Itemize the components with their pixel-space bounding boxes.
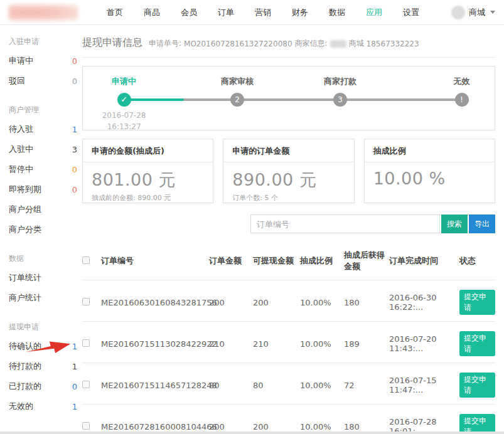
search-button[interactable]: 搜索	[441, 214, 468, 233]
status-timeline: 申请中 ✓ 2016-07-28 16:13:27 商家审核 2 商家打款 3	[82, 66, 495, 130]
submit-application-button[interactable]: 提交申请	[459, 373, 495, 398]
chevron-down-icon	[490, 11, 495, 14]
amount-after-commission: 180	[344, 422, 389, 431]
sidebar-item-label: 待确认的	[9, 341, 41, 352]
sidebar-item-label: 无效的	[9, 401, 33, 412]
merchant-info-label: 商家信息:	[295, 38, 328, 49]
order-no: ME20160715114657128248	[101, 381, 209, 390]
sidebar-item-paid[interactable]: 已打款的 0	[9, 376, 82, 396]
stat-card-title: 抽成比例	[365, 139, 495, 162]
stat-card-amount-after-commission: 申请的金额(抽成后) 801.00 元 抽成前的金额: 890.00 元	[82, 139, 213, 203]
table-header-row: 订单编号 订单金额 可提现金额 抽成比例 抽成后获得金额 订单完成时间 状态	[82, 240, 495, 280]
sidebar-item-invalid[interactable]: 无效的 1	[9, 396, 82, 416]
step-number-icon: 3	[333, 93, 347, 107]
order-no: ME20160715113028422922	[101, 339, 209, 349]
sidebar-item-label: 订单统计	[9, 272, 41, 283]
step-number-icon: 2	[230, 93, 244, 107]
sidebar-item-label: 已打款的	[9, 381, 41, 392]
sidebar-item-entered[interactable]: 入驻中 3	[9, 139, 82, 159]
sidebar-item-merchant-groups[interactable]: 商户分组	[9, 199, 82, 220]
sidebar-item-count: 1	[72, 402, 77, 411]
nav-item-data[interactable]: 数据	[329, 7, 345, 18]
table-row: ME20160715114657128248 80 80 10.00% 72 2…	[82, 363, 495, 405]
stat-card-value: 890.00 元	[232, 169, 345, 191]
sidebar-item-merchant-stats[interactable]: 商户统计	[9, 288, 82, 308]
nav-item-members[interactable]: 会员	[181, 7, 197, 18]
sidebar-item-label: 暂停中	[9, 164, 33, 175]
stat-card-value: 10.00 %	[373, 169, 486, 188]
orders-table: 订单编号 订单金额 可提现金额 抽成比例 抽成后获得金额 订单完成时间 状态 M…	[82, 240, 495, 434]
sidebar-item-pending-entry[interactable]: 待入驻 1	[9, 119, 82, 139]
order-no-search-input[interactable]	[250, 214, 440, 233]
sidebar-item-label: 商户分组	[9, 204, 41, 215]
application-meta: 申请单号: MO20160728161327220080 商家信息: 商城 18…	[149, 38, 419, 49]
row-checkbox[interactable]	[82, 381, 90, 388]
completed-time: 2016-06-30 16:22:...	[389, 293, 459, 312]
sidebar-section-merchant-management: 商户管理 待入驻 1 入驻中 3 暂停中 0 即将到期 0	[9, 105, 82, 240]
col-header-completed-time: 订单完成时间	[389, 255, 459, 267]
page-title: 提现申请信息	[82, 36, 142, 50]
commission-rate: 10.00%	[300, 381, 344, 390]
nav-item-products[interactable]: 商品	[144, 7, 160, 18]
nav-item-marketing[interactable]: 营销	[255, 7, 271, 18]
step-label: 无效	[424, 76, 500, 87]
stat-card-caption: 抽成前的金额: 890.00 元	[92, 193, 204, 203]
commission-rate: 10.00%	[300, 339, 344, 349]
app-logo[interactable]	[9, 4, 78, 21]
sidebar-item-label: 商户统计	[9, 292, 41, 304]
order-no: ME20160728160008104466	[101, 422, 209, 431]
submit-application-button[interactable]: 提交申请	[459, 290, 495, 315]
stat-card-title: 申请的订单金额	[223, 139, 353, 162]
merchant-name-redacted	[330, 40, 346, 48]
amount-after-commission: 72	[344, 381, 389, 390]
stat-cards: 申请的金额(抽成后) 801.00 元 抽成前的金额: 890.00 元 申请的…	[82, 139, 495, 203]
nav-item-settings[interactable]: 设置	[403, 7, 419, 18]
avatar	[451, 6, 465, 19]
sidebar-item-label: 商户分类	[9, 224, 41, 235]
nav-item-home[interactable]: 首页	[107, 7, 123, 18]
step-date-line1: 2016-07-28	[87, 110, 162, 121]
completed-time: 2016-07-20 11:43:...	[389, 334, 459, 353]
search-row: 搜索 导出	[82, 214, 495, 233]
sidebar-section-title: 商户管理	[9, 105, 82, 115]
sidebar-section-title: 数据	[9, 253, 82, 264]
row-checkbox[interactable]	[82, 339, 90, 347]
timeline-step-applying: 申请中 ✓ 2016-07-28 16:13:27	[87, 66, 162, 132]
sidebar-item-label: 入驻中	[9, 144, 33, 155]
row-checkbox[interactable]	[82, 422, 90, 430]
step-label: 商家打款	[303, 76, 378, 87]
sidebar-item-order-stats[interactable]: 订单统计	[9, 268, 82, 288]
commission-rate: 10.00%	[300, 422, 344, 431]
sidebar-item-count: 0	[72, 382, 77, 391]
merchant-name: 商城	[349, 38, 364, 49]
sidebar-item-label: 待入驻	[9, 124, 33, 135]
nav-item-apps-active[interactable]: 应用	[366, 7, 382, 18]
sidebar-item-pending-payment[interactable]: 待打款的 1	[9, 356, 82, 376]
user-menu[interactable]: 商城	[451, 6, 495, 19]
sidebar-section-data: 数据 订单统计 商户统计	[9, 253, 82, 308]
sidebar-item-rejected[interactable]: 驳回 0	[9, 71, 82, 91]
sidebar-item-count: 3	[72, 145, 77, 154]
submit-application-button[interactable]: 提交申请	[459, 331, 495, 356]
stat-card-value: 801.00 元	[92, 169, 204, 191]
sidebar-item-expiring-soon[interactable]: 即将到期 0	[9, 179, 82, 199]
nav-item-finance[interactable]: 财务	[292, 7, 308, 18]
order-amount: 200	[209, 298, 253, 307]
col-header-withdrawable: 可提现金额	[253, 255, 300, 267]
sidebar-item-count: 0	[72, 77, 77, 86]
sidebar-item-merchant-categories[interactable]: 商户分类	[9, 220, 82, 240]
sidebar-item-suspended[interactable]: 暂停中 0	[9, 159, 82, 179]
select-all-checkbox[interactable]	[82, 257, 90, 264]
sidebar-section-withdrawal-applications: 提现申请 待确认的 1 待打款的 1 已打款的 0 无效的	[9, 322, 82, 416]
stat-card-order-amount: 申请的订单金额 890.00 元 订单个数: 5 个	[223, 139, 354, 203]
stat-card-commission-rate: 抽成比例 10.00 %	[364, 139, 495, 203]
amount-after-commission: 189	[344, 339, 389, 349]
sidebar-item-pending-confirmation[interactable]: 待确认的 1	[9, 336, 82, 356]
sidebar-item-applying[interactable]: 申请中 0	[9, 51, 82, 71]
export-button[interactable]: 导出	[469, 214, 495, 233]
order-no: ME20160630160843281756	[101, 298, 209, 307]
col-header-rate: 抽成比例	[300, 255, 344, 267]
row-checkbox[interactable]	[82, 298, 90, 305]
nav-item-orders[interactable]: 订单	[218, 7, 234, 18]
page-head: 提现申请信息 申请单号: MO20160728161327220080 商家信息…	[82, 25, 495, 58]
